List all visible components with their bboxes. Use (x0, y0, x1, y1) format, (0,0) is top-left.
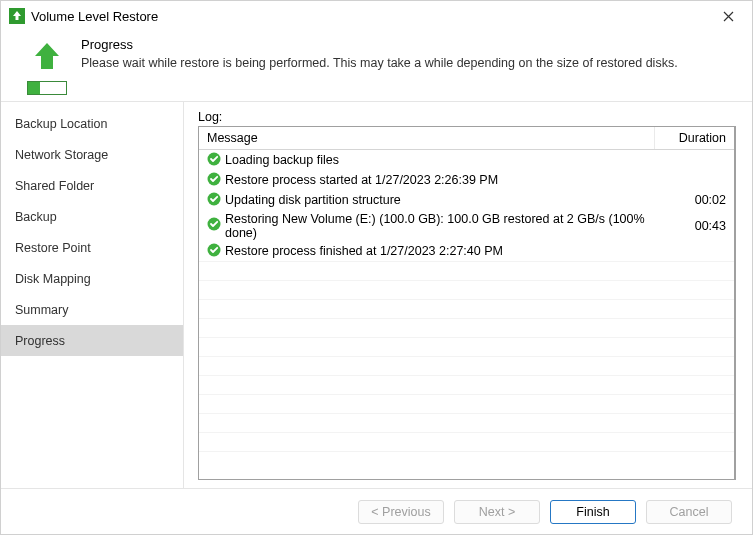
log-row-empty (199, 357, 734, 376)
sidebar-item-summary[interactable]: Summary (1, 294, 183, 325)
upload-arrow-icon (29, 39, 65, 75)
log-label: Log: (198, 110, 736, 124)
sidebar-item-backup-location[interactable]: Backup Location (1, 108, 183, 139)
sidebar-item-disk-mapping[interactable]: Disk Mapping (1, 263, 183, 294)
sidebar-item-network-storage[interactable]: Network Storage (1, 139, 183, 170)
sidebar-item-shared-folder[interactable]: Shared Folder (1, 170, 183, 201)
sidebar: Backup Location Network Storage Shared F… (1, 102, 184, 488)
log-row[interactable]: Updating disk partition structure00:02 (199, 190, 734, 210)
window: Volume Level Restore Progress Please wai… (0, 0, 753, 535)
finish-button[interactable]: Finish (550, 500, 636, 524)
previous-button: < Previous (358, 500, 444, 524)
log-message-text: Restore process started at 1/27/2023 2:2… (225, 173, 498, 187)
sidebar-item-label: Shared Folder (15, 179, 94, 193)
sidebar-item-restore-point[interactable]: Restore Point (1, 232, 183, 263)
status-ok-icon (207, 152, 221, 169)
log-row-empty (199, 319, 734, 338)
log-message-cell: Restore process started at 1/27/2023 2:2… (207, 172, 646, 189)
log-row-empty (199, 395, 734, 414)
log-row-empty (199, 376, 734, 395)
log-header-message[interactable]: Message (199, 127, 654, 150)
log-row[interactable]: Restore process finished at 1/27/2023 2:… (199, 241, 734, 262)
log-row-empty (199, 262, 734, 281)
log-header-duration[interactable]: Duration (654, 127, 734, 150)
log-message-text: Loading backup files (225, 153, 339, 167)
log-message-cell: Restoring New Volume (E:) (100.0 GB): 10… (207, 212, 646, 240)
log-row[interactable]: Restoring New Volume (E:) (100.0 GB): 10… (199, 210, 734, 241)
titlebar: Volume Level Restore (1, 1, 752, 31)
app-icon (9, 8, 25, 24)
header-text: Progress Please wait while restore is be… (77, 37, 736, 95)
main-panel: Log: Message Duration Loading backup fil… (184, 102, 752, 488)
log-row-empty (199, 281, 734, 300)
sidebar-item-backup[interactable]: Backup (1, 201, 183, 232)
header: Progress Please wait while restore is be… (1, 31, 752, 101)
header-title: Progress (81, 37, 736, 52)
log-row-empty (199, 300, 734, 319)
sidebar-item-label: Summary (15, 303, 68, 317)
sidebar-item-label: Progress (15, 334, 65, 348)
log-message-cell: Updating disk partition structure (207, 192, 646, 209)
log-message-cell: Loading backup files (207, 152, 646, 169)
log-row-empty (199, 452, 734, 471)
status-ok-icon (207, 217, 221, 234)
window-title: Volume Level Restore (31, 9, 712, 24)
sidebar-item-label: Backup (15, 210, 57, 224)
body: Backup Location Network Storage Shared F… (1, 101, 752, 488)
status-ok-icon (207, 243, 221, 260)
log-duration-cell: 00:02 (654, 190, 734, 210)
sidebar-item-label: Backup Location (15, 117, 107, 131)
log-message-text: Updating disk partition structure (225, 193, 401, 207)
log-duration-cell: 00:43 (654, 210, 734, 241)
footer: < Previous Next > Finish Cancel (1, 488, 752, 534)
sidebar-item-label: Restore Point (15, 241, 91, 255)
log-row-empty (199, 433, 734, 452)
log-row-empty (199, 414, 734, 433)
close-button[interactable] (712, 4, 744, 28)
log-row-empty (199, 338, 734, 357)
next-button: Next > (454, 500, 540, 524)
header-icon-column (17, 37, 77, 95)
status-ok-icon (207, 192, 221, 209)
log-message-text: Restore process finished at 1/27/2023 2:… (225, 244, 503, 258)
log-duration-cell (654, 170, 734, 190)
status-ok-icon (207, 172, 221, 189)
log-message-text: Restoring New Volume (E:) (100.0 GB): 10… (225, 212, 646, 240)
sidebar-item-progress[interactable]: Progress (1, 325, 183, 356)
progress-bar-icon (27, 81, 67, 95)
log-duration-cell (654, 241, 734, 262)
log-row[interactable]: Loading backup files (199, 150, 734, 171)
log-row[interactable]: Restore process started at 1/27/2023 2:2… (199, 170, 734, 190)
log-message-cell: Restore process finished at 1/27/2023 2:… (207, 243, 646, 260)
log-scroll[interactable]: Message Duration Loading backup filesRes… (199, 127, 734, 479)
sidebar-item-label: Network Storage (15, 148, 108, 162)
log-table: Message Duration Loading backup filesRes… (198, 126, 736, 480)
sidebar-item-label: Disk Mapping (15, 272, 91, 286)
header-description: Please wait while restore is being perfo… (81, 56, 736, 70)
log-duration-cell (654, 150, 734, 171)
cancel-button: Cancel (646, 500, 732, 524)
